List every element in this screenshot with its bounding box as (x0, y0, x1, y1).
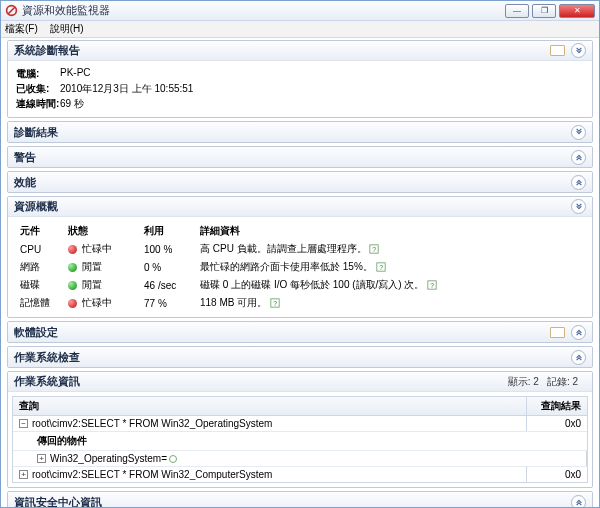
header-warnings[interactable]: 警告 (8, 147, 592, 167)
panel-perf: 效能 (7, 171, 593, 193)
body-os-info: 查詢 查詢結果 −root\cimv2:SELECT * FROM Win32_… (8, 392, 592, 487)
app-window: 資源和效能監視器 — ❐ ✕ 檔案(F) 說明(H) 系統診斷報告 電腦:PK-… (0, 0, 600, 508)
chevron-up-icon[interactable] (571, 199, 586, 214)
resource-row: CPU 忙碌中100 %高 CPU 負載。請調查上層處理程序。 ? (16, 240, 584, 258)
header-os-info[interactable]: 作業系統資訊 顯示: 2 記錄: 2 (8, 372, 592, 392)
col-result: 查詢結果 (527, 397, 587, 415)
display-value: 2 (533, 376, 539, 387)
status-dot-icon (68, 281, 77, 290)
menubar: 檔案(F) 說明(H) (1, 21, 599, 38)
resource-table: 元件 狀態 利用 詳細資料 CPU 忙碌中100 %高 CPU 負載。請調查上層… (16, 222, 584, 312)
cell-component: CPU (16, 240, 64, 258)
label-computer: 電腦: (16, 67, 60, 81)
titlebar: 資源和效能監視器 — ❐ ✕ (1, 1, 599, 21)
maximize-button[interactable]: ❐ (532, 4, 556, 18)
records-value: 2 (572, 376, 578, 387)
cell-status: 忙碌中 (64, 294, 140, 312)
content-area: 系統診斷報告 電腦:PK-PC 已收集:2010年12月3日 上午 10:55:… (1, 38, 599, 507)
cell-util: 100 % (140, 240, 196, 258)
header-diag-report[interactable]: 系統診斷報告 (8, 41, 592, 61)
query-row[interactable]: −root\cimv2:SELECT * FROM Win32_Operatin… (13, 416, 587, 432)
help-icon[interactable]: ? (270, 298, 280, 308)
title-sw-config: 軟體設定 (14, 325, 58, 340)
tree-expand-icon[interactable]: + (37, 454, 46, 463)
chevron-down-icon[interactable] (571, 325, 586, 340)
chevron-up-icon[interactable] (571, 125, 586, 140)
document-icon (550, 45, 565, 56)
panel-security-info: 資訊安全中心資訊 (7, 491, 593, 507)
menu-help[interactable]: 說明(H) (50, 22, 84, 36)
chevron-down-icon[interactable] (571, 350, 586, 365)
status-dot-icon (68, 245, 77, 254)
chevron-up-icon[interactable] (571, 43, 586, 58)
title-diag-results: 診斷結果 (14, 125, 58, 140)
help-icon[interactable]: ? (369, 244, 379, 254)
minimize-button[interactable]: — (505, 4, 529, 18)
cell-detail: 118 MB 可用。 ? (196, 294, 584, 312)
col-detail: 詳細資料 (196, 222, 584, 240)
cell-util: 0 % (140, 258, 196, 276)
header-sw-config[interactable]: 軟體設定 (8, 322, 592, 342)
panel-os-check: 作業系統檢查 (7, 346, 593, 368)
returned-objects-label: 傳回的物件 (13, 432, 587, 451)
close-button[interactable]: ✕ (559, 4, 595, 18)
panel-diag-report: 系統診斷報告 電腦:PK-PC 已收集:2010年12月3日 上午 10:55:… (7, 40, 593, 118)
title-diag-report: 系統診斷報告 (14, 43, 80, 58)
help-icon[interactable]: ? (376, 262, 386, 272)
cell-detail: 磁碟 0 上的磁碟 I/O 每秒低於 100 (讀取/寫入) 次。 ? (196, 276, 584, 294)
query-result: 0x0 (527, 467, 587, 482)
query-row[interactable]: +root\cimv2:SELECT * FROM Win32_Computer… (13, 467, 587, 482)
document-icon (550, 327, 565, 338)
cell-status: 忙碌中 (64, 240, 140, 258)
window-title: 資源和效能監視器 (22, 3, 110, 18)
tree-collapse-icon[interactable]: − (19, 419, 28, 428)
cell-util: 77 % (140, 294, 196, 312)
app-icon (5, 4, 18, 17)
chevron-down-icon[interactable] (571, 495, 586, 508)
col-status: 狀態 (64, 222, 140, 240)
title-os-check: 作業系統檢查 (14, 350, 80, 365)
cell-component: 網路 (16, 258, 64, 276)
panel-resource-overview: 資源概觀 元件 狀態 利用 詳細資料 CPU 忙碌中100 %高 CPU 負載。… (7, 196, 593, 318)
cell-status: 閒置 (64, 276, 140, 294)
query-text: root\cimv2:SELECT * FROM Win32_Operating… (32, 418, 272, 429)
display-label: 顯示: (508, 376, 531, 387)
resource-row: 記憶體 忙碌中77 %118 MB 可用。 ? (16, 294, 584, 312)
query-text: root\cimv2:SELECT * FROM Win32_ComputerS… (32, 469, 272, 480)
label-duration: 連線時間: (16, 97, 60, 111)
title-warnings: 警告 (14, 150, 36, 165)
svg-line-1 (8, 7, 15, 14)
svg-text:?: ? (373, 246, 377, 253)
cell-util: 46 /sec (140, 276, 196, 294)
window-controls: — ❐ ✕ (502, 4, 595, 18)
resource-row: 網路 閒置0 %最忙碌的網路介面卡使用率低於 15%。 ? (16, 258, 584, 276)
status-dot-icon (68, 299, 77, 308)
title-perf: 效能 (14, 175, 36, 190)
chevron-down-icon[interactable] (571, 150, 586, 165)
panel-warnings: 警告 (7, 146, 593, 168)
panel-diag-results: 診斷結果 (7, 121, 593, 143)
chevron-down-icon[interactable] (571, 175, 586, 190)
cell-component: 記憶體 (16, 294, 64, 312)
header-os-check[interactable]: 作業系統檢查 (8, 347, 592, 367)
header-diag-results[interactable]: 診斷結果 (8, 122, 592, 142)
header-security-info[interactable]: 資訊安全中心資訊 (8, 492, 592, 507)
menu-file[interactable]: 檔案(F) (5, 22, 38, 36)
label-collected: 已收集: (16, 82, 60, 96)
col-component: 元件 (16, 222, 64, 240)
cell-status: 閒置 (64, 258, 140, 276)
query-child-row[interactable]: +Win32_OperatingSystem= (13, 451, 587, 467)
header-resource-overview[interactable]: 資源概觀 (8, 197, 592, 217)
title-security-info: 資訊安全中心資訊 (14, 495, 102, 508)
tree-expand-icon[interactable]: + (19, 470, 28, 479)
body-resource-overview: 元件 狀態 利用 詳細資料 CPU 忙碌中100 %高 CPU 負載。請調查上層… (8, 217, 592, 317)
svg-text:?: ? (379, 264, 383, 271)
value-collected: 2010年12月3日 上午 10:55:51 (60, 82, 193, 96)
value-duration: 69 秒 (60, 97, 84, 111)
cell-detail: 高 CPU 負載。請調查上層處理程序。 ? (196, 240, 584, 258)
panel-os-info: 作業系統資訊 顯示: 2 記錄: 2 查詢 查詢結果 −root\cimv2:S… (7, 371, 593, 488)
body-diag-report: 電腦:PK-PC 已收集:2010年12月3日 上午 10:55:51 連線時間… (8, 61, 592, 117)
child-text: Win32_OperatingSystem= (50, 453, 167, 464)
header-perf[interactable]: 效能 (8, 172, 592, 192)
help-icon[interactable]: ? (427, 280, 437, 290)
